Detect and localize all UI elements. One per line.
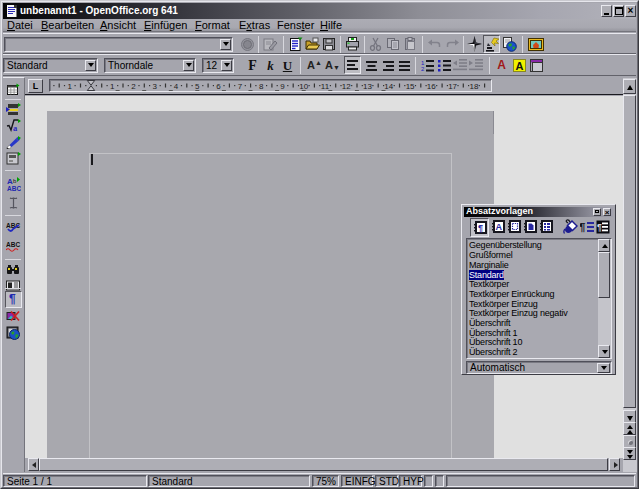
svg-text:4: 4 — [174, 82, 179, 91]
svg-text:16: 16 — [427, 82, 436, 91]
svg-text:A: A — [496, 222, 503, 232]
svg-text:¶: ¶ — [580, 221, 586, 233]
svg-text:a: a — [13, 123, 18, 132]
svg-text:11: 11 — [321, 82, 330, 91]
svg-text:2: 2 — [421, 66, 425, 72]
svg-text:1: 1 — [421, 60, 425, 66]
svg-text:14: 14 — [384, 82, 393, 91]
svg-text:1: 1 — [110, 82, 115, 91]
svg-text:ABC: ABC — [7, 185, 21, 192]
svg-text:8: 8 — [259, 82, 264, 91]
svg-text:b: b — [13, 178, 17, 184]
svg-text:15: 15 — [406, 82, 415, 91]
svg-text:18: 18 — [469, 82, 478, 91]
svg-text:10: 10 — [299, 82, 308, 91]
svg-text:17: 17 — [448, 82, 457, 91]
svg-text:3: 3 — [153, 82, 158, 91]
svg-text:ABC: ABC — [6, 241, 20, 248]
svg-text:12: 12 — [342, 82, 351, 91]
svg-text:5: 5 — [195, 82, 200, 91]
svg-text:1: 1 — [67, 82, 72, 91]
svg-text:13: 13 — [363, 82, 372, 91]
svg-text:9: 9 — [280, 82, 285, 91]
svg-text:6: 6 — [216, 82, 221, 91]
svg-text:2: 2 — [131, 82, 136, 91]
svg-text:¶: ¶ — [597, 222, 602, 232]
svg-text:¶: ¶ — [478, 223, 483, 233]
svg-text:7: 7 — [238, 82, 243, 91]
